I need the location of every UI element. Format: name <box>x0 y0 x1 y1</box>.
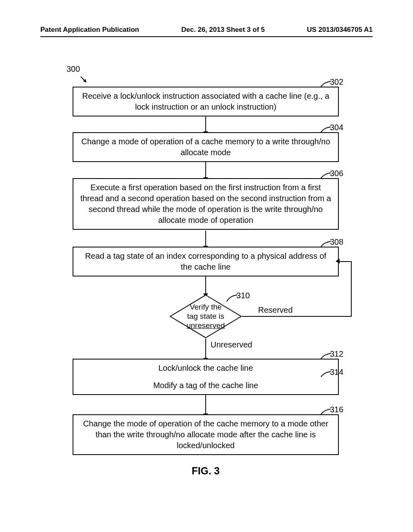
header-left: Patent Application Publication <box>40 26 139 34</box>
decision-line1: Verify the <box>190 303 221 311</box>
step-308: Read a tag state of an index correspondi… <box>73 247 339 276</box>
decision-text: Verify the tag state is unreserved <box>177 303 234 330</box>
ref-300: 300 <box>67 64 80 74</box>
decision-line2: tag state is <box>187 312 224 320</box>
page-header: Patent Application Publication Dec. 26, … <box>0 26 413 34</box>
ref-304: 304 <box>330 123 343 132</box>
decision-310: Verify the tag state is unreserved <box>169 294 242 339</box>
connector <box>205 231 206 247</box>
ref-316: 316 <box>330 405 343 414</box>
figure-caption: FIG. 3 <box>65 465 347 477</box>
step-314: Modify a tag of the cache line <box>73 377 339 395</box>
connector <box>205 276 206 294</box>
arrow-left-icon <box>336 259 340 264</box>
step-304: Change a mode of operation of a cache me… <box>73 132 339 162</box>
step-302: Receive a lock/unlock instruction associ… <box>73 87 339 116</box>
loop-connector <box>339 261 352 262</box>
step-316: Change the mode of operation of the cach… <box>73 414 339 455</box>
branch-unreserved: Unreserved <box>211 340 252 349</box>
connector <box>205 339 206 359</box>
connector <box>205 162 206 178</box>
header-rule <box>40 36 373 37</box>
arrow-icon <box>80 76 88 84</box>
loop-connector <box>351 261 352 317</box>
connector <box>205 116 206 132</box>
ref-314: 314 <box>330 368 343 377</box>
ref-306: 306 <box>330 169 343 178</box>
ref-308: 308 <box>330 237 343 247</box>
ref-312: 312 <box>330 349 343 359</box>
branch-reserved: Reserved <box>258 305 293 315</box>
step-312: Lock/unlock the cache line <box>73 359 339 378</box>
ref-302: 302 <box>330 77 343 87</box>
step-306: Execute a first operation based on the f… <box>73 178 339 230</box>
loop-connector <box>242 316 352 317</box>
header-center: Dec. 26, 2013 Sheet 3 of 5 <box>181 26 265 34</box>
connector <box>205 394 206 414</box>
header-right: US 2013/0346705 A1 <box>307 26 373 34</box>
decision-line3: unreserved <box>186 321 225 329</box>
